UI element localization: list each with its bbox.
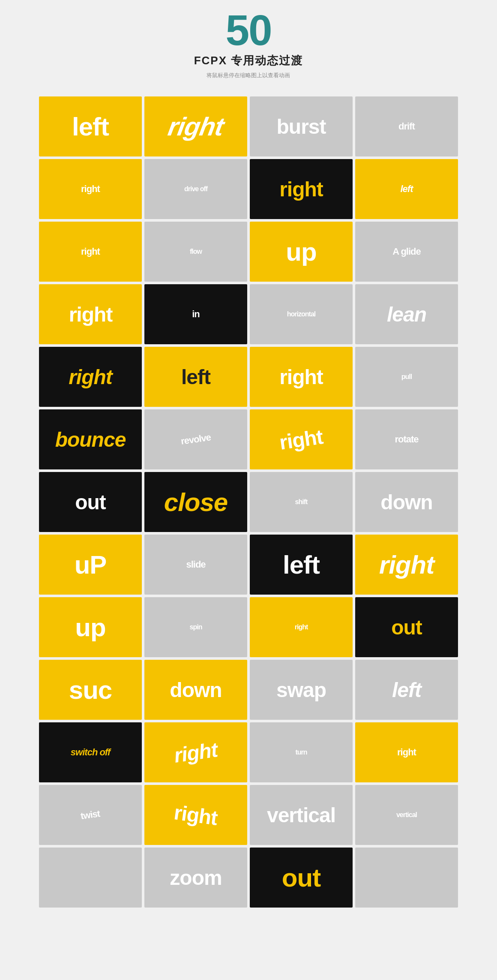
thumbnail-3[interactable]: drift [355, 96, 458, 156]
thumbnail-label-31: right [379, 550, 434, 580]
thumbnail-label-29: slide [186, 559, 205, 570]
thumbnail-9[interactable]: flow [144, 222, 247, 282]
thumbnail-label-34: right [295, 623, 308, 631]
thumbnail-label-2: burst [277, 115, 326, 138]
thumbnail-label-18: right [279, 365, 323, 389]
thumbnail-43[interactable]: right [355, 722, 458, 782]
thumbnail-42[interactable]: turn [250, 722, 353, 782]
thumbnail-8[interactable]: right [39, 222, 142, 282]
thumbnail-label-30: left [283, 550, 320, 580]
thumbnail-label-1: right [166, 112, 226, 141]
thumbnail-label-9: flow [190, 248, 202, 256]
thumbnail-label-44: twist [80, 808, 101, 822]
thumbnail-label-23: rotate [395, 434, 418, 445]
thumbnail-24[interactable]: out [39, 472, 142, 532]
thumbnail-16[interactable]: right [39, 347, 142, 407]
thumbnail-29[interactable]: slide [144, 535, 247, 595]
page-title: FCPX 专用动态过渡 [194, 53, 303, 68]
thumbnail-label-46: vertical [267, 803, 335, 827]
thumbnail-label-27: down [380, 490, 432, 514]
thumbnail-35[interactable]: out [355, 597, 458, 657]
thumbnail-label-10: up [286, 237, 316, 267]
thumbnail-25[interactable]: close [144, 472, 247, 532]
thumbnail-label-24: out [75, 490, 106, 514]
thumbnail-label-26: shift [295, 498, 308, 506]
thumbnail-label-28: uP [75, 550, 107, 580]
thumbnail-19[interactable]: pull [355, 347, 458, 407]
thumbnail-17[interactable]: left [144, 347, 247, 407]
thumbnail-label-41: right [173, 738, 219, 767]
thumbnail-20[interactable]: bounce [39, 409, 142, 469]
thumbnail-36[interactable]: suc [39, 660, 142, 720]
thumbnail-39[interactable]: left [355, 660, 458, 720]
thumbnail-23[interactable]: rotate [355, 409, 458, 469]
thumbnail-label-25: close [164, 487, 228, 517]
thumbnail-label-32: up [75, 613, 105, 642]
thumbnail-34[interactable]: right [250, 597, 353, 657]
thumbnail-7[interactable]: left [355, 159, 458, 219]
thumbnail-label-0: left [72, 112, 109, 141]
thumbnail-label-4: right [81, 183, 100, 195]
thumbnail-label-12: right [66, 303, 114, 326]
thumbnail-27[interactable]: down [355, 472, 458, 532]
thumbnail-label-6: right [279, 177, 323, 201]
thumbnail-label-43: right [397, 747, 416, 758]
thumbnail-label-36: suc [69, 675, 112, 705]
thumbnail-11[interactable]: A glide [355, 222, 458, 282]
thumbnail-label-42: turn [295, 749, 307, 756]
thumbnail-45[interactable]: right [144, 785, 247, 845]
thumbnail-label-8: right [81, 246, 100, 257]
thumbnail-label-38: swap [276, 678, 326, 702]
thumbnail-50[interactable]: out [250, 848, 353, 908]
thumbnail-14[interactable]: horizontal [250, 284, 353, 344]
thumbnail-label-17: left [181, 365, 210, 389]
thumbnail-label-3: drift [398, 121, 415, 132]
thumbnail-1[interactable]: right [144, 96, 247, 156]
thumbnail-30[interactable]: left [250, 535, 353, 595]
thumbnail-33[interactable]: spin [144, 597, 247, 657]
thumbnail-5[interactable]: drive off [144, 159, 247, 219]
thumbnail-label-39: left [392, 678, 421, 702]
thumbnail-12[interactable]: right [39, 284, 142, 344]
thumbnail-28[interactable]: uP [39, 535, 142, 595]
thumbnail-label-37: down [170, 678, 222, 702]
thumbnail-18[interactable]: right [250, 347, 353, 407]
thumbnail-47[interactable]: vertical [355, 785, 458, 845]
thumbnail-13[interactable]: in [144, 284, 247, 344]
thumbnail-6[interactable]: right [250, 159, 353, 219]
thumbnail-label-15: lean [387, 303, 426, 326]
thumbnail-41[interactable]: right [144, 722, 247, 782]
thumbnail-0[interactable]: left [39, 96, 142, 156]
thumbnail-22[interactable]: right [250, 409, 353, 469]
thumbnail-31[interactable]: right [355, 535, 458, 595]
thumbnail-4[interactable]: right [39, 159, 142, 219]
thumbnail-21[interactable]: revolve [144, 409, 247, 469]
thumbnail-label-35: out [391, 616, 422, 639]
thumbnail-49[interactable]: zoom [144, 848, 247, 908]
thumbnail-label-40: switch off [71, 747, 110, 758]
thumbnail-44[interactable]: twist [39, 785, 142, 845]
thumbnail-46[interactable]: vertical [250, 785, 353, 845]
thumbnail-label-5: drive off [184, 185, 207, 193]
thumbnail-label-21: revolve [180, 432, 212, 447]
thumbnail-51[interactable] [355, 848, 458, 908]
thumbnail-26[interactable]: shift [250, 472, 353, 532]
thumbnail-2[interactable]: burst [250, 96, 353, 156]
thumbnail-label-19: pull [401, 373, 412, 381]
thumbnail-37[interactable]: down [144, 660, 247, 720]
thumbnail-38[interactable]: swap [250, 660, 353, 720]
page-subtitle: 将鼠标悬停在缩略图上以查看动画 [194, 72, 303, 79]
thumbnail-grid: leftrightburstdriftrightdrive offrightle… [39, 96, 458, 908]
thumbnail-label-50: out [282, 863, 320, 893]
header: 50 FCPX 专用动态过渡 将鼠标悬停在缩略图上以查看动画 [194, 9, 303, 88]
thumbnail-label-20: bounce [55, 428, 126, 451]
thumbnail-15[interactable]: lean [355, 284, 458, 344]
thumbnail-40[interactable]: switch off [39, 722, 142, 782]
thumbnail-label-49: zoom [170, 866, 222, 890]
thumbnail-label-22: right [278, 425, 324, 454]
thumbnail-48[interactable] [39, 848, 142, 908]
thumbnail-label-14: horizontal [287, 310, 315, 318]
thumbnail-32[interactable]: up [39, 597, 142, 657]
big-number: 50 [194, 9, 303, 51]
thumbnail-10[interactable]: up [250, 222, 353, 282]
